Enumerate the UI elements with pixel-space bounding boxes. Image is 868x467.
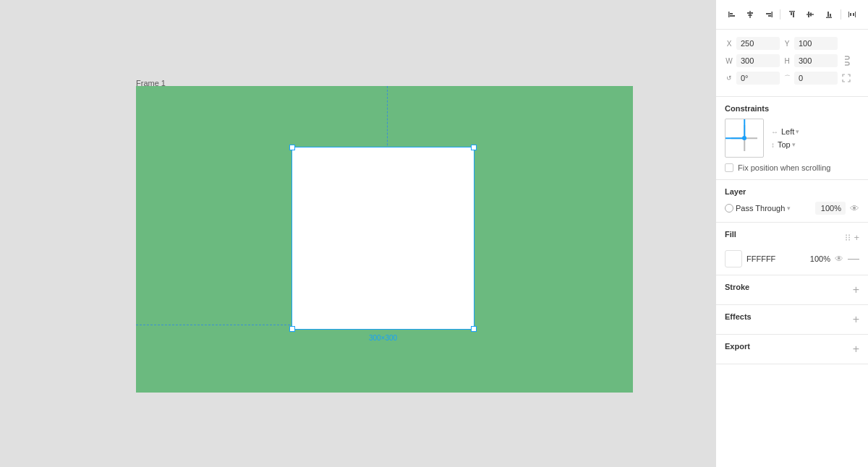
- canvas-area[interactable]: Frame 1 300×300: [0, 0, 715, 467]
- svg-rect-16: [827, 12, 829, 17]
- svg-rect-7: [766, 13, 771, 14]
- svg-rect-5: [749, 14, 752, 16]
- fill-remove-icon[interactable]: —: [848, 252, 859, 265]
- y-label: Y: [783, 40, 791, 48]
- fill-title: Fill: [725, 230, 736, 239]
- stroke-section[interactable]: Stroke +: [716, 275, 868, 305]
- fill-row: FFFFFF 100% 👁 —: [725, 250, 859, 267]
- visibility-icon[interactable]: 👁: [850, 203, 859, 214]
- v-constraint-row: ↕ Top ▾: [771, 140, 859, 149]
- align-middle-v-button[interactable]: [802, 6, 819, 23]
- align-toolbar: [716, 0, 868, 30]
- fill-grid-icon[interactable]: ⁝⁝: [845, 232, 851, 243]
- align-bottom-button[interactable]: [820, 6, 837, 23]
- corner-label: ⌒: [783, 74, 791, 83]
- svg-rect-4: [747, 12, 753, 14]
- x-label: X: [725, 40, 733, 48]
- svg-rect-11: [793, 12, 794, 17]
- w-label: W: [725, 57, 733, 65]
- blend-mode[interactable]: Pass Through ▾: [725, 204, 811, 213]
- rotation-label: ↺: [725, 74, 733, 82]
- stroke-add-button[interactable]: +: [853, 284, 859, 296]
- handle-top-left[interactable]: [289, 145, 295, 150]
- layer-title: Layer: [725, 187, 859, 196]
- align-left-button[interactable]: [723, 6, 740, 23]
- fill-opacity[interactable]: 100%: [804, 254, 830, 263]
- constraints-title: Constraints: [725, 104, 859, 113]
- effects-title: Effects: [725, 312, 752, 321]
- distribute-button[interactable]: [844, 6, 861, 23]
- blend-label: Pass Through: [736, 204, 785, 213]
- svg-rect-20: [850, 13, 851, 16]
- v-constraint-select[interactable]: Top ▾: [778, 140, 796, 149]
- h-constraint-caret: ▾: [796, 128, 799, 135]
- fill-add-icon[interactable]: +: [854, 232, 859, 243]
- fix-position-checkbox[interactable]: [725, 163, 733, 172]
- v-constraint-caret: ▾: [792, 141, 796, 148]
- w-input[interactable]: [736, 54, 780, 67]
- c-dot: [742, 136, 746, 140]
- v-constraint-value: Top: [778, 140, 791, 149]
- export-section[interactable]: Export +: [716, 335, 868, 364]
- h-label: H: [783, 57, 791, 65]
- blend-icon: [725, 204, 733, 213]
- h-constraint-arrow: ↔: [771, 128, 778, 136]
- svg-rect-14: [810, 13, 812, 17]
- corner-input[interactable]: [794, 72, 838, 85]
- svg-rect-17: [830, 14, 831, 17]
- align-top-button[interactable]: [783, 6, 800, 23]
- align-right-button[interactable]: [760, 6, 777, 23]
- blend-caret: ▾: [787, 205, 791, 212]
- effects-add-button[interactable]: +: [853, 314, 859, 325]
- rotation-input[interactable]: [736, 72, 780, 85]
- layer-row: Pass Through ▾ 👁: [725, 202, 859, 215]
- fill-visibility-icon[interactable]: 👁: [835, 254, 843, 264]
- frame-container[interactable]: 300×300: [136, 86, 633, 393]
- export-title: Export: [725, 342, 750, 351]
- fix-position-row: Fix position when scrolling: [725, 163, 859, 172]
- svg-rect-15: [826, 17, 832, 19]
- svg-rect-6: [771, 12, 773, 17]
- constraint-selects: ↔ Left ▾ ↕ Top ▾: [771, 127, 859, 149]
- svg-rect-18: [848, 12, 849, 17]
- align-center-h-button[interactable]: [741, 6, 758, 23]
- rotation-row: ↺ ⌒: [725, 72, 859, 85]
- svg-rect-10: [791, 12, 792, 15]
- h-constraint-value: Left: [781, 127, 794, 136]
- export-add-button[interactable]: +: [853, 343, 859, 355]
- fill-hex[interactable]: FFFFFF: [746, 254, 800, 263]
- fill-swatch[interactable]: [725, 250, 742, 267]
- size-label: 300×300: [369, 334, 397, 342]
- properties-section: X Y W H ↺ ⌒: [716, 30, 868, 97]
- svg-rect-21: [853, 13, 854, 16]
- svg-rect-9: [789, 11, 795, 12]
- fill-header: Fill ⁝⁝ +: [725, 230, 859, 244]
- effects-section[interactable]: Effects +: [716, 305, 868, 335]
- expand-icon[interactable]: [841, 72, 852, 84]
- selected-rect[interactable]: 300×300: [292, 147, 475, 330]
- fill-section: Fill ⁝⁝ + FFFFFF 100% 👁 —: [716, 223, 868, 275]
- handle-bottom-right[interactable]: [471, 326, 477, 332]
- xy-row: X Y: [725, 37, 859, 50]
- svg-rect-1: [730, 13, 733, 14]
- x-input[interactable]: [736, 37, 780, 50]
- svg-rect-8: [768, 15, 771, 17]
- handle-bottom-left[interactable]: [289, 326, 295, 332]
- h-constraint-row: ↔ Left ▾: [771, 127, 859, 136]
- handle-top-right[interactable]: [471, 145, 477, 150]
- h-input[interactable]: [794, 54, 838, 67]
- right-panel: X Y W H ↺ ⌒: [715, 0, 868, 467]
- fix-position-label: Fix position when scrolling: [738, 163, 830, 172]
- toolbar-separator: [780, 9, 780, 20]
- svg-rect-13: [808, 12, 809, 17]
- v-constraint-arrow: ↕: [771, 141, 775, 149]
- constraints-diagram: ↔ Left ▾ ↕ Top ▾: [725, 119, 859, 158]
- toolbar-separator-2: [841, 9, 841, 20]
- opacity-input[interactable]: [815, 202, 846, 215]
- y-input[interactable]: [794, 37, 838, 50]
- wh-row: W H: [725, 54, 859, 67]
- stroke-title: Stroke: [725, 283, 749, 291]
- h-constraint-select[interactable]: Left ▾: [781, 127, 799, 136]
- link-dimensions-icon[interactable]: [841, 55, 852, 67]
- svg-rect-2: [730, 15, 735, 17]
